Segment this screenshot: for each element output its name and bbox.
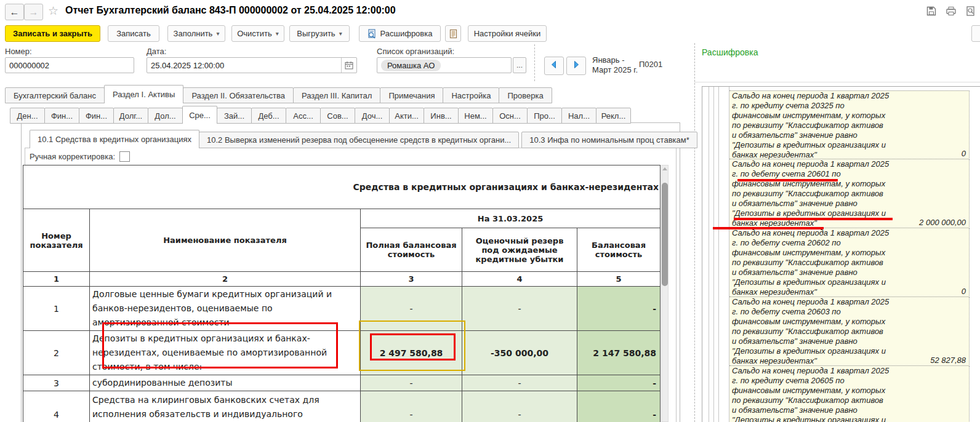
tab-section1-assets[interactable]: Раздел I. Активы [104, 85, 183, 103]
full-value-cell[interactable]: - [361, 287, 462, 331]
tab-zai[interactable]: Зай... [217, 108, 252, 124]
table-title: Средства в кредитных организациях и банк… [23, 165, 661, 209]
reserve-cell[interactable]: -350 000,00 [462, 331, 577, 375]
tab-pro[interactable]: Про... [527, 108, 562, 124]
report-settings-button[interactable] [445, 25, 461, 42]
tab-osn[interactable]: Осн... [492, 108, 528, 124]
tab-notes[interactable]: Примечания [380, 87, 443, 103]
row-name-cell[interactable]: Долговые ценные бумаги кредитных организ… [90, 287, 361, 331]
tab-section3-capital[interactable]: Раздел III. Капитал [293, 87, 380, 103]
back-icon: ← [10, 7, 20, 18]
scroll-up-icon[interactable] [662, 167, 667, 170]
column-number-row: 12345 [23, 272, 661, 287]
full-value-cell[interactable]: - [361, 391, 462, 422]
tab-sov[interactable]: Сов... [320, 108, 355, 124]
row-name-cell[interactable]: Депозиты в кредитных организациях и банк… [90, 331, 361, 375]
prev-period-button[interactable] [544, 57, 564, 75]
period-label: Январь - Март 2025 г. [592, 55, 638, 75]
decode-item[interactable]: Сальдо на конец периода 1 квартал 2025 г… [729, 159, 970, 228]
fields-splitter [534, 44, 535, 81]
balance-cell[interactable]: - [577, 391, 661, 422]
tab-sre[interactable]: Сре... [182, 106, 217, 124]
tab-inv[interactable]: Инв... [424, 108, 459, 124]
decode-item[interactable]: Сальдо на конец периода 1 квартал 2025 г… [729, 228, 970, 297]
decode-item[interactable]: Сальдо на конец периода 1 квартал 2025 г… [729, 366, 970, 422]
tab-10-3-rates[interactable]: 10.3 Инфа по номинальным проц ставкам* [521, 132, 697, 148]
tab-settings[interactable]: Настройка [443, 87, 499, 103]
manual-adjustment-checkbox[interactable] [119, 151, 130, 162]
tab-10-1-funds[interactable]: 10.1 Средства в кредитных организациях [30, 130, 199, 148]
number-label: Номер: [5, 47, 32, 56]
tab-dolg[interactable]: Долг... [113, 108, 148, 124]
full-value-cell[interactable]: 2 497 580,88 [361, 331, 462, 375]
tab-check[interactable]: Проверка [499, 87, 552, 103]
cut-off-button[interactable] [971, 25, 980, 42]
reserve-cell[interactable]: - [462, 375, 577, 391]
table-scrollbar[interactable] [661, 165, 669, 422]
row-number-cell[interactable]: 4 [23, 391, 90, 422]
forward-button[interactable]: → [24, 4, 43, 20]
org-more-button[interactable]: ... [513, 57, 526, 73]
calendar-icon[interactable] [341, 58, 356, 73]
tab-dop[interactable]: Дол... [148, 108, 183, 124]
balance-cell[interactable]: - [577, 287, 661, 331]
tab-rekl[interactable]: Рекл... [596, 108, 631, 124]
favorite-star-icon[interactable]: ☆ [48, 4, 58, 18]
row-number-cell[interactable]: 3 [23, 375, 90, 391]
decode-item[interactable]: Сальдо на конец периода 1 квартал 2025 г… [729, 297, 970, 366]
save-icon[interactable] [926, 6, 937, 19]
table-row: 4 Средства на клиринговых банковских сче… [23, 391, 661, 422]
reserve-cell[interactable]: - [462, 391, 577, 422]
save-button[interactable]: Записать [108, 25, 159, 42]
tab-akti[interactable]: Акти... [389, 108, 424, 124]
main-tab-strip: Бухгалтерский баланс Раздел I. Активы Ра… [5, 85, 552, 103]
preview-icon[interactable] [965, 6, 976, 19]
balance-cell[interactable]: 2 147 580,88 [577, 331, 661, 375]
row-name-cell[interactable]: субординированные депозиты [90, 375, 361, 391]
form-code-label: П0201 [639, 60, 662, 69]
tab-fin1[interactable]: Фин... [44, 108, 79, 124]
tab-10-2-reserve[interactable]: 10.2 Выверка изменений резерва под обесц… [199, 132, 519, 148]
decode-button[interactable]: Расшифровка [359, 25, 441, 42]
sub-tab-strip: 10.1 Средства в кредитных организациях 1… [30, 130, 697, 148]
tab-section2-liabilities[interactable]: Раздел II. Обязательства [183, 87, 294, 103]
org-list-field[interactable]: Ромашка АО [377, 57, 512, 73]
balance-cell[interactable]: - [577, 375, 661, 391]
decode-item-value: 2 000 000,00 [919, 218, 966, 228]
tab-doch[interactable]: Доч... [355, 108, 390, 124]
col-header-name: Наименование показателя [90, 209, 361, 272]
date-input[interactable]: 25.04.2025 12:00:00 [147, 57, 357, 73]
tab-nal[interactable]: Нал... [561, 108, 596, 124]
tab-den[interactable]: Ден... [10, 108, 45, 124]
panel-splitter[interactable] [694, 43, 695, 422]
reserve-cell[interactable]: - [462, 287, 577, 331]
tab-fin2[interactable]: Фин... [79, 108, 114, 124]
scrollbar-thumb[interactable] [662, 183, 668, 286]
export-menu-button[interactable]: Выгрузить▾ [289, 25, 350, 42]
tab-deb[interactable]: Деб... [251, 108, 286, 124]
col-header-reserve: Оценочный резерв под ожидаемые кредитные… [462, 228, 577, 272]
row-number-cell[interactable]: 1 [23, 287, 90, 331]
cell-settings-button[interactable]: Настройки ячейки [468, 25, 547, 42]
tab-ass[interactable]: Асс... [286, 108, 321, 124]
clear-menu-button[interactable]: Очистить▾ [231, 25, 284, 42]
number-input[interactable]: 000000002 [5, 57, 134, 73]
decode-item[interactable]: Сальдо на конец периода 1 квартал 2025 г… [729, 90, 970, 159]
row-name-cell[interactable]: Средства на клиринговых банковских счета… [90, 391, 361, 422]
print-icon[interactable] [946, 6, 957, 19]
decode-item-value: 0 [962, 149, 966, 159]
dropdown-icon: ▾ [216, 30, 219, 37]
org-list-label: Список организаций: [377, 47, 454, 56]
decode-magnifier-icon [367, 29, 377, 39]
back-button[interactable]: ← [5, 4, 24, 20]
tab-nem[interactable]: Нем... [458, 108, 493, 124]
table-row: 2 Депозиты в кредитных организациях и ба… [23, 331, 661, 375]
save-close-button[interactable]: Записать и закрыть [5, 25, 100, 42]
fill-menu-button[interactable]: Заполнить▾ [167, 25, 225, 42]
next-period-button[interactable] [566, 57, 586, 75]
full-value-cell[interactable]: - [361, 375, 462, 391]
org-chip[interactable]: Ромашка АО [381, 60, 441, 71]
decode-item-value: 0 [962, 287, 966, 297]
row-number-cell[interactable]: 2 [23, 331, 90, 375]
tab-balance-sheet[interactable]: Бухгалтерский баланс [5, 87, 105, 103]
